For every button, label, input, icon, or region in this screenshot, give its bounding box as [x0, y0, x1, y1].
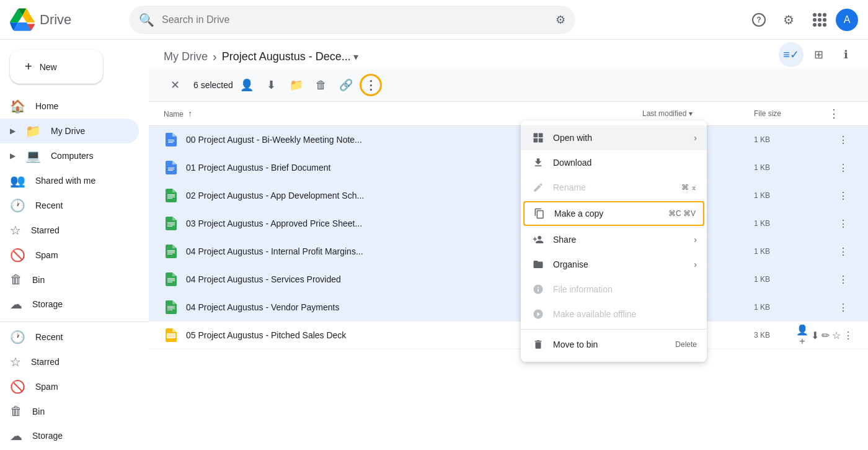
col-more-icon[interactable]: ⋮ [828, 107, 839, 120]
new-button-label: New [40, 62, 57, 72]
menu-item-open-with[interactable]: Open with › [521, 125, 707, 150]
settings-button[interactable]: ⚙ [776, 7, 801, 32]
copy-icon [532, 206, 547, 221]
link-button[interactable]: 🔗 [335, 74, 357, 96]
sidebar-item-spam2[interactable]: 🚫 Spam [0, 374, 139, 399]
google-drive-logo [10, 7, 35, 32]
sidebar-item-storage[interactable]: ☁ Storage [0, 292, 139, 317]
sidebar-item-spam[interactable]: 🚫 Spam [0, 243, 139, 268]
file-more-button[interactable]: ⋮ [843, 325, 853, 345]
menu-item-organise[interactable]: Organise › [521, 252, 707, 277]
breadcrumb-current[interactable]: Project Augustus - Dece... ▾ [222, 50, 358, 63]
search-input[interactable] [162, 14, 548, 25]
sidebar-item-computers[interactable]: ▶ 💻 Computers [0, 143, 139, 168]
menu-item-move-to-bin[interactable]: Move to bin Delete [521, 332, 707, 357]
download-button[interactable]: ⬇ [260, 74, 283, 96]
file-more-button[interactable]: ⋮ [833, 214, 853, 233]
menu-item-make-copy[interactable]: Make a copy ⌘C ⌘V [523, 201, 704, 226]
sidebar-item-storage2[interactable]: ☁ Storage [0, 423, 139, 448]
recent-icon: 🕐 [10, 198, 25, 213]
sidebar-item-home[interactable]: 🏠 Home [0, 94, 139, 119]
toolbar: ✕ 6 selected 👤 ⬇ 📁 🗑 🔗 ⋮ [149, 69, 868, 102]
file-type-icon [164, 244, 179, 259]
search-icon: 🔍 [139, 12, 154, 27]
menu-item-download[interactable]: Download [521, 150, 707, 175]
sidebar-item-recent[interactable]: 🕐 Recent [0, 193, 139, 218]
header: Drive 🔍 ⚙ ? ⚙ A [0, 0, 868, 40]
file-info-icon [531, 282, 546, 297]
breadcrumb: My Drive › Project Augustus - Dece... ▾ [149, 40, 373, 69]
new-button[interactable]: + New [10, 50, 103, 84]
star-icon-btn[interactable]: ☆ [832, 325, 841, 345]
file-more-button[interactable]: ⋮ [833, 130, 853, 150]
col-actions-header: ⋮ [828, 107, 853, 120]
file-more-button[interactable]: ⋮ [833, 241, 853, 261]
info-button[interactable]: ℹ [833, 42, 858, 67]
avatar[interactable]: A [836, 9, 858, 31]
move-to-folder-button[interactable]: 📁 [285, 74, 308, 96]
delete-button[interactable]: 🗑 [310, 74, 332, 96]
close-selection-button[interactable]: ✕ [164, 74, 186, 96]
context-menu: Open with › Download Rename ⌘ ⌅ [521, 120, 707, 362]
table-row[interactable]: 04 Project Augustus - Services Provided … [149, 266, 868, 294]
file-actions: ⋮ [828, 214, 853, 233]
open-with-label: Open with [553, 133, 686, 143]
file-type-icon [164, 300, 179, 315]
svg-rect-2 [534, 133, 538, 138]
share-label: Share [553, 235, 686, 245]
sidebar-item-computers-label: Computers [51, 151, 93, 161]
apps-button[interactable] [806, 7, 831, 32]
sidebar-item-starred2[interactable]: ☆ Starred [0, 349, 139, 374]
file-more-button[interactable]: ⋮ [833, 297, 853, 317]
file-more-button[interactable]: ⋮ [833, 186, 853, 205]
sidebar-item-starred[interactable]: ☆ Starred [0, 218, 139, 243]
expand-icon2: ▶ [10, 151, 16, 160]
svg-rect-4 [534, 138, 538, 143]
help-button[interactable]: ? [746, 7, 771, 32]
sidebar-item-bin2[interactable]: 🗑 Bin [0, 399, 139, 423]
file-type-icon [164, 216, 179, 231]
open-with-icon [531, 130, 546, 145]
file-more-button[interactable]: ⋮ [833, 269, 853, 289]
sidebar-item-my-drive[interactable]: ▶ 📁 My Drive [0, 119, 139, 143]
file-size: 1 KB [754, 191, 828, 200]
more-icon: ⋮ [365, 78, 377, 92]
file-type-icon [164, 272, 179, 287]
make-copy-shortcut: ⌘C ⌘V [668, 209, 696, 218]
storage-icon: ☁ [10, 297, 22, 312]
close-icon: ✕ [170, 78, 180, 92]
link-icon: 🔗 [339, 78, 353, 92]
file-more-button[interactable]: ⋮ [833, 158, 853, 178]
sidebar-item-shared[interactable]: 👥 Shared with me [0, 168, 139, 193]
edit-icon-btn[interactable]: ✏ [822, 325, 830, 345]
grid-view-button[interactable]: ⊞ [806, 42, 831, 67]
table-row[interactable]: 05 Project Augustus - Pitched Sales Deck… [149, 322, 868, 349]
sidebar-item-recent2[interactable]: 🕐 Recent [0, 325, 139, 349]
table-row[interactable]: 03 Project Augustus - Approved Price She… [149, 210, 868, 238]
file-size: 1 KB [754, 247, 828, 256]
layout: + New 🏠 Home ▶ 📁 My Drive ▶ 💻 Computers … [0, 40, 868, 450]
search-bar[interactable]: 🔍 ⚙ [129, 6, 575, 34]
filter-icon[interactable]: ⚙ [556, 13, 565, 27]
bin2-icon: 🗑 [10, 404, 22, 418]
download-icon-btn[interactable]: ⬇ [811, 325, 819, 345]
more-button[interactable]: ⋮ [360, 74, 382, 96]
file-size: 1 KB [754, 135, 828, 144]
table-row[interactable]: 02 Project Augustus - App Development Sc… [149, 182, 868, 210]
add-person-button[interactable]: 👤 [236, 74, 258, 96]
menu-item-share[interactable]: Share › [521, 227, 707, 252]
expand-icon: ▶ [10, 127, 16, 135]
file-type-icon [164, 132, 179, 147]
sidebar-item-storage-label: Storage [32, 299, 63, 309]
table-row[interactable]: 01 Project Augustus - Brief Document 1 m… [149, 154, 868, 182]
sidebar-item-bin[interactable]: 🗑 Bin [0, 268, 139, 292]
table-row[interactable]: 00 Project August - Bi-Weekly Meeting No… [149, 126, 868, 154]
sidebar-item-spam-label: Spam [35, 250, 58, 260]
offline-label: Make available offline [553, 309, 697, 319]
table-row[interactable]: 04 Project Augustus - Internal Profit Ma… [149, 238, 868, 266]
share-icon-btn[interactable]: 👤+ [796, 325, 808, 345]
table-row[interactable]: 04 Project Augustus - Vendor Payments 4 … [149, 294, 868, 322]
breadcrumb-parent[interactable]: My Drive [164, 50, 208, 63]
file-size: 1 KB [754, 219, 828, 228]
list-view-button[interactable]: ≡✓ [779, 42, 804, 67]
